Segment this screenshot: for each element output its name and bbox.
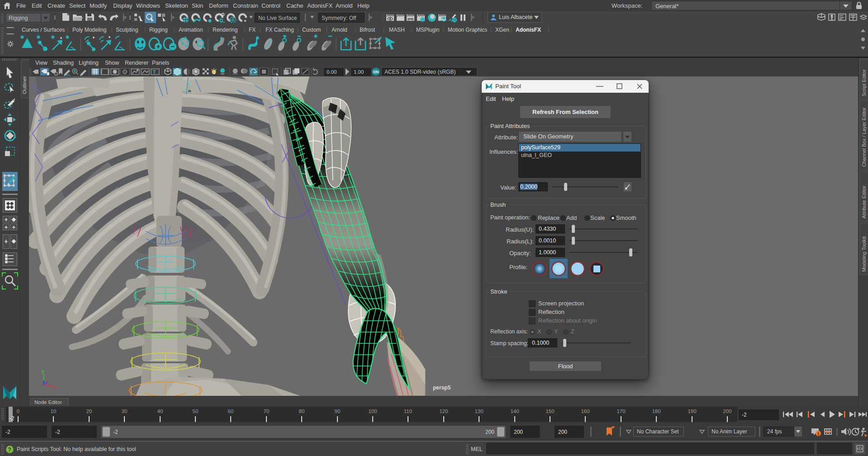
svg-text:90: 90: [335, 408, 341, 414]
svg-text:persp5: persp5: [433, 385, 451, 391]
svg-text:0: 0: [17, 408, 19, 414]
svg-text:80: 80: [299, 408, 305, 414]
svg-text:10: 10: [51, 408, 57, 414]
svg-text:ACES 1.0 SDR-video (sRGB): ACES 1.0 SDR-video (sRGB): [384, 69, 455, 75]
svg-text:20: 20: [86, 408, 92, 414]
svg-text:IPR: IPR: [408, 17, 414, 21]
svg-text:110: 110: [404, 408, 412, 414]
svg-text:190: 190: [688, 408, 696, 414]
svg-text:?: ?: [8, 446, 11, 453]
svg-text:150: 150: [545, 408, 554, 414]
svg-text:70: 70: [264, 408, 270, 414]
svg-text:ON: ON: [373, 70, 379, 74]
svg-text:1.00: 1.00: [354, 69, 364, 75]
svg-text:100: 100: [368, 408, 377, 414]
svg-text:200: 200: [723, 408, 731, 414]
svg-text:160: 160: [581, 408, 589, 414]
svg-text:40: 40: [157, 408, 163, 414]
svg-text:T: T: [153, 69, 156, 75]
svg-text:60: 60: [228, 408, 234, 414]
svg-text:z: z: [45, 380, 48, 385]
svg-text:170: 170: [617, 408, 625, 414]
svg-text:140: 140: [510, 408, 519, 414]
svg-text:180: 180: [652, 408, 660, 414]
svg-text:x: x: [53, 384, 57, 390]
svg-text:y: y: [42, 368, 45, 374]
svg-text:120: 120: [439, 408, 448, 414]
svg-text:30: 30: [122, 408, 128, 414]
svg-text:1: 1: [817, 432, 820, 436]
svg-text:0.00: 0.00: [327, 69, 337, 75]
svg-text:130: 130: [474, 408, 483, 414]
svg-text:50: 50: [193, 408, 199, 414]
